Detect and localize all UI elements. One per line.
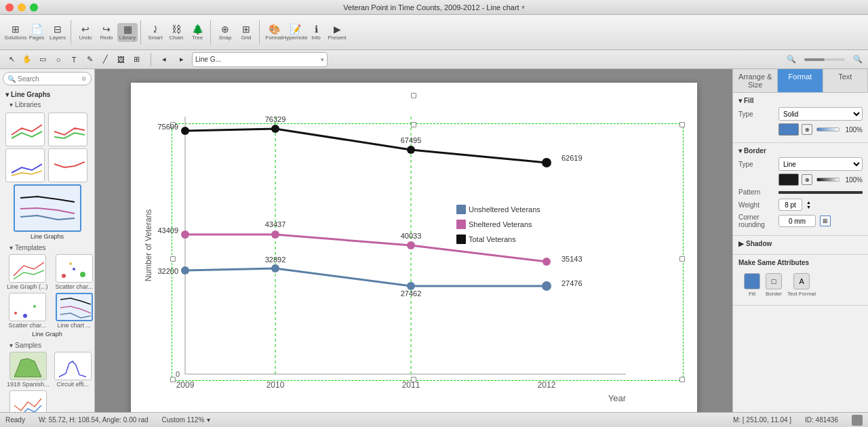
total-pt-2012[interactable] [542, 158, 551, 167]
library-button[interactable]: ▦ Library [117, 23, 138, 42]
solutions-button[interactable]: ⊞ Solutions [5, 23, 26, 42]
zoom-out-btn[interactable]: 🔍 [784, 52, 799, 67]
total-pt-2011[interactable] [407, 146, 415, 154]
present-button[interactable]: ▶ Present [327, 23, 347, 42]
pan-tool[interactable]: ✋ [20, 52, 35, 67]
corner-input[interactable] [778, 215, 816, 227]
grid-button[interactable]: ⊞ Grid [236, 23, 256, 42]
line-graphs-section[interactable]: ▾ Line Graphs [0, 88, 94, 100]
forward-btn[interactable]: ▸ [174, 52, 189, 67]
format-button[interactable]: 🎨 Format [264, 23, 284, 42]
corner-expand-btn[interactable]: ⊞ [820, 216, 831, 226]
fill-type-select[interactable]: Solid [778, 107, 863, 121]
undo-button[interactable]: ↩ Undo [75, 23, 96, 42]
pen-tool[interactable]: ✎ [82, 52, 97, 67]
sheltered-pt-2011[interactable] [407, 241, 415, 249]
samples-subsection[interactable]: ▾ Samples [0, 340, 94, 350]
sheltered-pt-2012[interactable] [542, 258, 551, 266]
border-type-select[interactable]: Line [778, 157, 863, 171]
sheltered-pt-2010[interactable] [271, 230, 279, 239]
template-1[interactable] [9, 254, 46, 283]
title-dropdown-icon[interactable]: ▾ [521, 3, 525, 11]
image-tool[interactable]: 🖼 [113, 52, 128, 67]
lib-selected-thumb[interactable] [14, 184, 81, 232]
close-button[interactable] [5, 3, 14, 12]
layers-button[interactable]: ⊟ Layers [47, 23, 68, 42]
shadow-header[interactable]: ▶ Shadow [738, 240, 863, 247]
border-weight-input[interactable] [778, 199, 802, 211]
template-2[interactable] [56, 254, 93, 283]
total-pt-2009[interactable] [181, 127, 189, 135]
resize-handle[interactable] [852, 415, 863, 426]
breadcrumb-expand-icon[interactable]: ▾ [321, 56, 324, 63]
lib-thumb-2[interactable] [48, 113, 87, 146]
weight-down-arrow[interactable]: ▼ [806, 205, 811, 209]
text-tool[interactable]: T [66, 52, 81, 67]
total-pt-2010[interactable] [271, 125, 279, 133]
unsheltered-pt-2012[interactable] [542, 281, 551, 291]
chart-svg[interactable]: Number of Veterans Year 0 2009 2010 2011… [131, 83, 697, 412]
make-same-border-btn[interactable]: □ Border [766, 273, 782, 297]
redo-button[interactable]: ↪ Redo [96, 23, 117, 42]
weight-up-arrow[interactable]: ▲ [806, 200, 811, 205]
pages-button[interactable]: 📄 Pages [26, 23, 47, 42]
smart-button[interactable]: ⤸ Smart [145, 23, 165, 42]
snap-button[interactable]: ⊕ Snap [215, 23, 235, 42]
minimize-button[interactable] [18, 3, 26, 12]
border-opacity-bar[interactable] [816, 178, 840, 182]
svg-point-5 [23, 314, 27, 318]
search-box[interactable]: 🔍 ⊛ [3, 72, 92, 85]
back-btn[interactable]: ◂ [157, 52, 172, 67]
sample-2-label: Circuit effi... [54, 380, 92, 388]
unsheltered-line [185, 268, 547, 286]
oval-tool[interactable]: ○ [51, 52, 66, 67]
zoom-control[interactable]: Custom 112% ▾ [162, 416, 211, 424]
sheltered-pt-2009[interactable] [181, 230, 189, 239]
template-3[interactable] [9, 293, 46, 321]
hypernote-button[interactable]: 📝 Hypernote [285, 23, 305, 42]
sample-2[interactable] [54, 352, 92, 380]
fill-header[interactable]: ▾ Fill [738, 97, 863, 104]
rect-tool[interactable]: ▭ [35, 52, 50, 67]
table-tool[interactable]: ⊞ [129, 52, 144, 67]
template-4-label: Line chart ... [53, 321, 95, 329]
tree-button[interactable]: 🌲 Tree [187, 23, 208, 42]
lib-thumb-4[interactable] [48, 148, 87, 182]
tab-arrange-size[interactable]: Arrange & Size [733, 69, 778, 92]
border-header[interactable]: ▾ Border [738, 147, 863, 155]
border-color-swatch[interactable] [778, 174, 799, 186]
tab-text[interactable]: Text [823, 69, 868, 92]
fill-color-swatch[interactable] [778, 123, 799, 136]
zoom-in-btn[interactable]: 🔍 [850, 52, 865, 67]
templates-subsection[interactable]: ▾ Templates [0, 243, 94, 253]
unsheltered-pt-2010[interactable] [271, 264, 279, 272]
unsheltered-label-2012: 27476 [561, 279, 583, 287]
fill-opacity-bar[interactable] [816, 127, 840, 131]
zoom-slider[interactable] [804, 58, 845, 61]
line-tool[interactable]: ╱ [98, 52, 113, 67]
fill-gradient-btn[interactable]: ⊕ [802, 124, 812, 135]
template-selected[interactable] [56, 293, 93, 321]
border-opacity-value: 100% [844, 176, 863, 184]
sample-1[interactable] [9, 352, 47, 380]
make-same-text-btn[interactable]: A Text Format [787, 273, 816, 297]
info-button[interactable]: ℹ Info [306, 23, 326, 42]
canvas[interactable]: Number of Veterans Year 0 2009 2010 2011… [131, 83, 697, 412]
weight-stepper[interactable]: ▲ ▼ [806, 200, 811, 209]
breadcrumb[interactable]: Line G... ▾ [192, 52, 328, 67]
sample-3[interactable] [9, 390, 47, 412]
maximize-button[interactable] [30, 3, 38, 12]
search-clear-icon[interactable]: ⊛ [81, 75, 87, 82]
unsheltered-pt-2009[interactable] [181, 266, 189, 274]
tab-format[interactable]: Format [778, 69, 823, 92]
border-gradient-btn[interactable]: ⊕ [802, 174, 812, 185]
lib-thumb-3[interactable] [5, 148, 45, 182]
select-tool[interactable]: ↖ [4, 52, 19, 67]
make-same-fill-btn[interactable]: Fill [744, 273, 760, 297]
zoom-dropdown-icon[interactable]: ▾ [207, 416, 210, 424]
svg-point-1 [73, 268, 75, 270]
lib-thumb-1[interactable] [5, 113, 45, 146]
search-input[interactable] [18, 75, 81, 83]
libraries-subsection[interactable]: ▾ Libraries [0, 100, 94, 110]
chain-button[interactable]: ⛓ Chain [166, 23, 186, 42]
